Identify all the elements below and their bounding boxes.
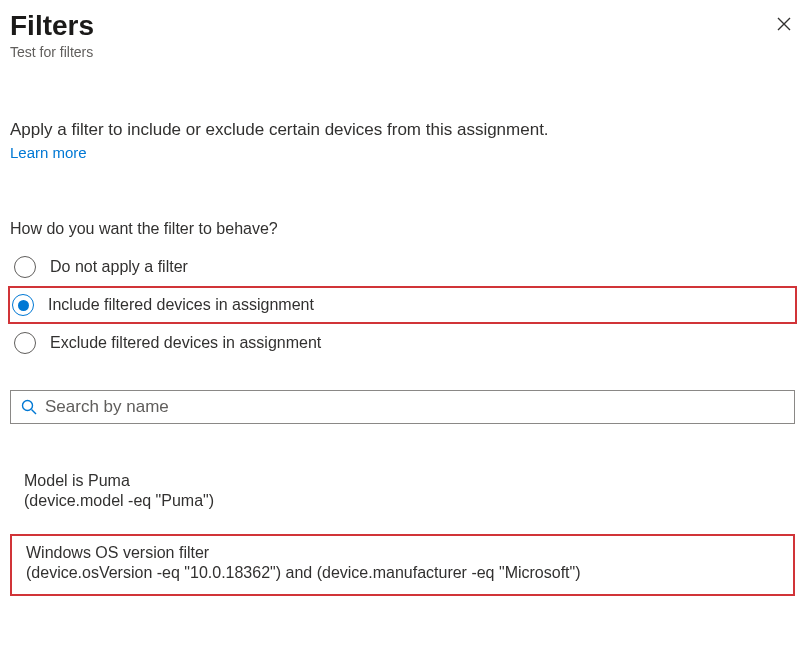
- svg-point-0: [23, 401, 33, 411]
- description-text: Apply a filter to include or exclude cer…: [10, 120, 795, 140]
- radio-icon: [12, 294, 34, 316]
- filter-expression: (device.osVersion -eq "10.0.18362") and …: [26, 564, 779, 582]
- filter-name: Windows OS version filter: [26, 544, 779, 562]
- behavior-radio-group: Do not apply a filter Include filtered d…: [10, 248, 795, 362]
- learn-more-link[interactable]: Learn more: [10, 144, 87, 161]
- filter-item[interactable]: Windows OS version filter (device.osVers…: [10, 534, 795, 596]
- filter-list: Model is Puma (device.model -eq "Puma") …: [10, 464, 795, 596]
- radio-label: Do not apply a filter: [50, 258, 188, 276]
- panel-header: Filters Test for filters: [10, 10, 795, 60]
- radio-include[interactable]: Include filtered devices in assignment: [8, 286, 797, 324]
- search-input[interactable]: [45, 397, 784, 417]
- radio-exclude[interactable]: Exclude filtered devices in assignment: [10, 324, 795, 362]
- panel-subtitle: Test for filters: [10, 44, 94, 60]
- radio-label: Exclude filtered devices in assignment: [50, 334, 321, 352]
- close-icon: [777, 13, 791, 35]
- filter-expression: (device.model -eq "Puma"): [24, 492, 781, 510]
- radio-do-not-apply[interactable]: Do not apply a filter: [10, 248, 795, 286]
- close-button[interactable]: [773, 10, 795, 38]
- filter-item[interactable]: Model is Puma (device.model -eq "Puma"): [10, 464, 795, 522]
- svg-line-1: [32, 410, 37, 415]
- radio-icon: [14, 256, 36, 278]
- panel-title: Filters: [10, 10, 94, 42]
- behavior-question: How do you want the filter to behave?: [10, 220, 795, 238]
- search-icon: [21, 399, 37, 415]
- search-box[interactable]: [10, 390, 795, 424]
- radio-label: Include filtered devices in assignment: [48, 296, 314, 314]
- radio-icon: [14, 332, 36, 354]
- filter-name: Model is Puma: [24, 472, 781, 490]
